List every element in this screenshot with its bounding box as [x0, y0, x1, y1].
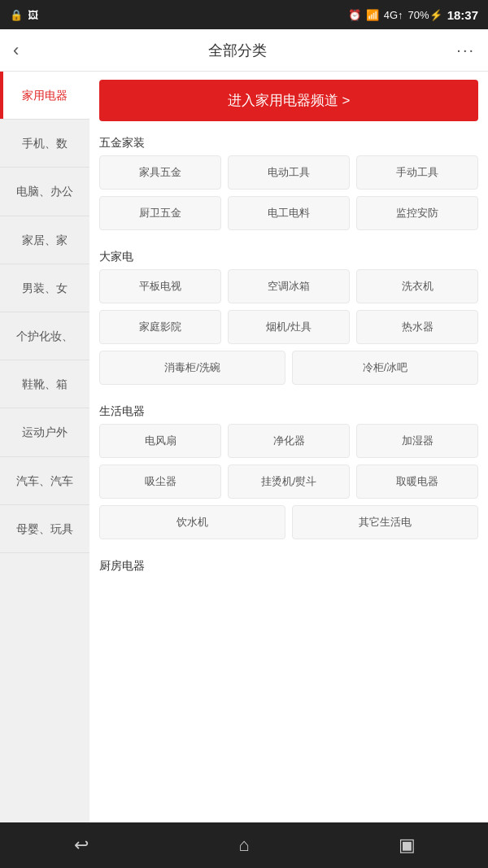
content-area: 进入家用电器频道 > 五金家装家具五金电动工具手动工具厨卫五金电工电料监控安防大… — [89, 72, 488, 822]
section-1: 大家电平板电视空调冰箱洗衣机家庭影院烟机/灶具热水器消毒柜/洗碗冷柜/冰吧 — [89, 242, 488, 391]
channel-banner-button[interactable]: 进入家用电器频道 > — [99, 80, 478, 121]
sidebar-item-2[interactable]: 电脑、办公 — [0, 168, 89, 216]
section-title-0: 五金家装 — [89, 128, 488, 155]
section-0: 五金家装家具五金电动工具手动工具厨卫五金电工电料监控安防 — [89, 128, 488, 237]
section-title-3: 厨房电器 — [89, 551, 488, 578]
grid-item-0-0[interactable]: 家具五金 — [99, 155, 221, 190]
clock: 18:37 — [447, 8, 478, 22]
lock-icon: 🔒 — [10, 9, 23, 21]
section-title-1: 大家电 — [89, 242, 488, 269]
grid-item-0-5[interactable]: 监控安防 — [356, 196, 478, 230]
grid-1: 平板电视空调冰箱洗衣机家庭影院烟机/灶具热水器消毒柜/洗碗冷柜/冰吧 — [89, 269, 488, 391]
recent-apps-button[interactable]: ▣ — [382, 829, 431, 861]
nav-bar: ‹ 全部分类 ··· — [0, 29, 488, 72]
grid-item-1-4[interactable]: 烟机/灶具 — [228, 310, 350, 344]
sidebar-item-7[interactable]: 运动户外 — [0, 408, 89, 456]
sidebar-item-1[interactable]: 手机、数 — [0, 120, 89, 168]
status-right: ⏰ 📶 4G↑ 70%⚡ 18:37 — [348, 8, 478, 22]
grid-item-2-0[interactable]: 电风扇 — [99, 424, 221, 458]
section-3: 厨房电器 — [89, 551, 488, 578]
grid-item-0-3[interactable]: 厨卫五金 — [99, 196, 221, 230]
grid-item-1-0[interactable]: 平板电视 — [99, 269, 221, 303]
page-title: 全部分类 — [208, 41, 267, 60]
sidebar-item-4[interactable]: 男装、女 — [0, 264, 89, 312]
grid-item-2-2[interactable]: 加湿器 — [356, 424, 478, 458]
sidebar-item-0[interactable]: 家用电器 — [0, 72, 89, 120]
grid-item-1-2[interactable]: 洗衣机 — [356, 269, 478, 303]
network-label: 4G↑ — [384, 9, 403, 21]
sidebar-item-3[interactable]: 家居、家 — [0, 216, 89, 264]
bottom-bar: ↩ ⌂ ▣ — [0, 822, 488, 868]
grid-item-1-5[interactable]: 热水器 — [356, 310, 478, 344]
grid-item-0-1[interactable]: 电动工具 — [228, 155, 350, 190]
grid-item-0-2[interactable]: 手动工具 — [356, 155, 478, 190]
battery-label: 70%⚡ — [408, 9, 442, 21]
grid-item-2-6[interactable]: 饮水机 — [99, 505, 285, 539]
grid-item-1-7[interactable]: 冷柜/冰吧 — [292, 351, 478, 385]
grid-item-2-7[interactable]: 其它生活电 — [292, 505, 478, 539]
grid-item-2-1[interactable]: 净化器 — [228, 424, 350, 458]
image-icon: 🖼 — [28, 9, 38, 21]
sections-container: 五金家装家具五金电动工具手动工具厨卫五金电工电料监控安防大家电平板电视空调冰箱洗… — [89, 128, 488, 578]
main-layout: 家用电器手机、数电脑、办公家居、家男装、女个护化妆、鞋靴、箱运动户外汽车、汽车母… — [0, 72, 488, 822]
status-bar: 🔒 🖼 ⏰ 📶 4G↑ 70%⚡ 18:37 — [0, 0, 488, 29]
sidebar-item-5[interactable]: 个护化妆、 — [0, 312, 89, 360]
sidebar-item-6[interactable]: 鞋靴、箱 — [0, 360, 89, 408]
grid-0: 家具五金电动工具手动工具厨卫五金电工电料监控安防 — [89, 155, 488, 237]
grid-item-1-3[interactable]: 家庭影院 — [99, 310, 221, 344]
grid-item-2-4[interactable]: 挂烫机/熨斗 — [228, 465, 350, 499]
home-nav-button[interactable]: ⌂ — [220, 829, 268, 861]
section-2: 生活电器电风扇净化器加湿器吸尘器挂烫机/熨斗取暖电器饮水机其它生活电 — [89, 396, 488, 546]
section-title-2: 生活电器 — [89, 396, 488, 424]
sidebar-item-8[interactable]: 汽车、汽车 — [0, 457, 89, 505]
grid-item-2-3[interactable]: 吸尘器 — [99, 465, 221, 499]
grid-item-1-1[interactable]: 空调冰箱 — [228, 269, 350, 303]
grid-2: 电风扇净化器加湿器吸尘器挂烫机/熨斗取暖电器饮水机其它生活电 — [89, 424, 488, 546]
more-button[interactable]: ··· — [456, 41, 475, 59]
wifi-signal: 📶 — [366, 9, 379, 21]
grid-item-0-4[interactable]: 电工电料 — [228, 196, 350, 230]
grid-item-1-6[interactable]: 消毒柜/洗碗 — [99, 351, 285, 385]
sidebar-item-9[interactable]: 母婴、玩具 — [0, 505, 89, 553]
alarm-icon: ⏰ — [348, 9, 361, 21]
back-button[interactable]: ‹ — [13, 40, 19, 61]
grid-item-2-5[interactable]: 取暖电器 — [356, 465, 478, 499]
status-left: 🔒 🖼 — [10, 9, 38, 21]
back-nav-button[interactable]: ↩ — [57, 829, 106, 861]
sidebar: 家用电器手机、数电脑、办公家居、家男装、女个护化妆、鞋靴、箱运动户外汽车、汽车母… — [0, 72, 89, 822]
